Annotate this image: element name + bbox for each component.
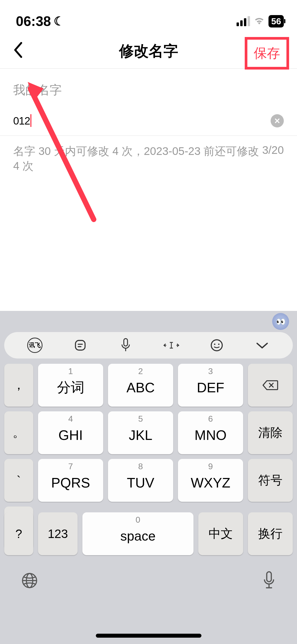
home-indicator[interactable] (96, 634, 201, 638)
key-6-mno[interactable]: 6MNO (178, 411, 243, 454)
hint-text: 名字 30 天内可修改 4 次，2023-05-23 前还可修改 4 次 (13, 144, 262, 173)
keyboard: 👀 讯飞 ， 1分词 2ABC 3DEF 。 4GHI 5JKL (0, 311, 297, 644)
keyboard-row4 (0, 507, 297, 512)
status-bar: 06:38 ☾ 56 (0, 0, 297, 34)
key-backtick[interactable]: ` (4, 459, 33, 502)
key-comma[interactable]: ， (4, 364, 33, 407)
back-button[interactable] (11, 39, 25, 63)
key-5-jkl[interactable]: 5JKL (108, 411, 173, 454)
nav-bar: 修改名字 保存 (0, 34, 297, 69)
clear-input-button[interactable] (271, 114, 284, 127)
key-3-def[interactable]: 3DEF (178, 364, 243, 407)
key-enter[interactable]: 换行 (248, 512, 293, 555)
svg-point-10 (211, 340, 222, 351)
svg-rect-16 (267, 572, 271, 582)
key-4-ghi[interactable]: 4GHI (38, 411, 103, 454)
key-chinese[interactable]: 中文 (198, 512, 243, 555)
key-7-pqrs[interactable]: 7PQRS (38, 459, 103, 502)
mic-icon[interactable] (118, 337, 134, 353)
key-symbol[interactable]: 符号 (248, 459, 293, 502)
key-123[interactable]: 123 (38, 512, 78, 555)
hint-row: 名字 30 天内可修改 4 次，2023-05-23 前还可修改 4 次 3/2… (0, 135, 297, 181)
name-input[interactable] (13, 115, 271, 127)
key-question[interactable]: ? (4, 512, 33, 555)
iflytek-button[interactable]: 讯飞 (27, 337, 43, 353)
keyboard-toolbar: 讯飞 (4, 332, 293, 358)
wifi-icon (254, 16, 264, 27)
svg-point-11 (214, 344, 215, 345)
key-2-abc[interactable]: 2ABC (108, 364, 173, 407)
key-8-tuv[interactable]: 8TUV (108, 459, 173, 502)
text-cursor (30, 114, 31, 127)
key-backspace[interactable] (248, 364, 293, 407)
key-1[interactable]: 1分词 (38, 364, 103, 407)
key-9-wxyz[interactable]: 9WXYZ (178, 459, 243, 502)
key-space[interactable]: 0space (82, 512, 194, 555)
svg-point-12 (218, 344, 219, 345)
svg-rect-2 (76, 341, 85, 350)
key-clear[interactable]: 清除 (248, 411, 293, 454)
status-left: 06:38 ☾ (16, 13, 64, 29)
svg-rect-5 (124, 339, 128, 346)
keyboard-bottom-row: ? 123 0space 中文 换行 (0, 512, 297, 560)
emoji-icon[interactable] (209, 337, 225, 353)
status-right: 56 (237, 15, 284, 27)
battery-indicator: 56 (268, 15, 284, 27)
keyboard-system-row (0, 560, 297, 613)
keyboard-avatar-icon[interactable]: 👀 (272, 313, 289, 330)
key-period[interactable]: 。 (4, 411, 33, 454)
dictation-mic-icon[interactable] (262, 571, 276, 594)
section-label: 我的名字 (0, 69, 297, 106)
char-counter: 3/20 (262, 144, 284, 173)
page-title: 修改名字 (119, 41, 178, 61)
clipboard-icon[interactable] (72, 337, 88, 353)
collapse-keyboard-icon[interactable] (254, 337, 270, 353)
status-time: 06:38 (16, 13, 51, 29)
globe-icon[interactable] (21, 572, 38, 593)
cursor-move-icon[interactable] (163, 337, 179, 353)
cellular-signal-icon (237, 16, 250, 26)
save-button[interactable]: 保存 (245, 37, 289, 70)
name-input-row (0, 106, 297, 135)
dnd-moon-icon: ☾ (54, 14, 64, 28)
